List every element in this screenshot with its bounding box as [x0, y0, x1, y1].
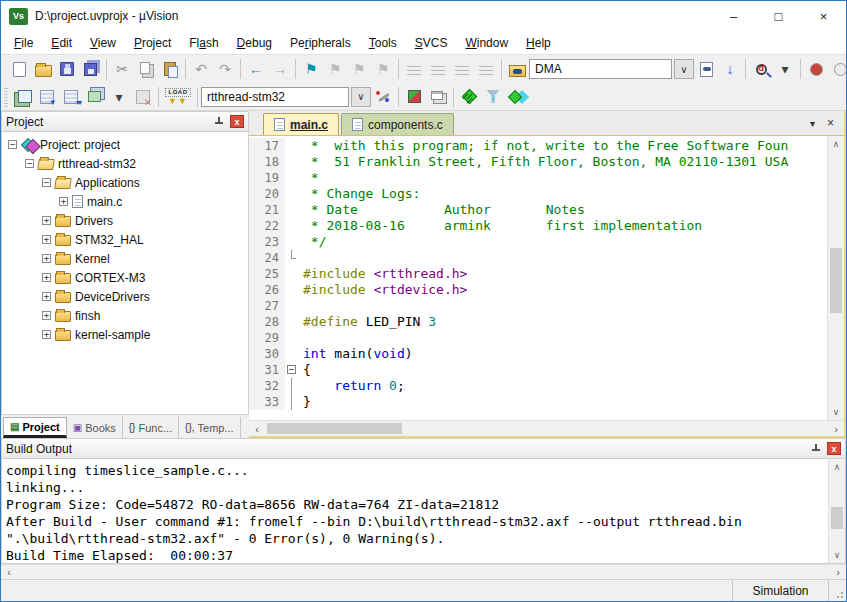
panel-close-icon[interactable]: x [230, 115, 244, 128]
expand-icon[interactable]: + [42, 254, 51, 263]
find-in-files-button[interactable] [505, 57, 529, 81]
menu-tools[interactable]: Tools [360, 36, 406, 50]
navigate-back-button[interactable]: ← [244, 57, 268, 81]
clear-bookmarks-button[interactable]: ⚑ [371, 57, 395, 81]
options-for-target-button[interactable] [371, 85, 395, 109]
previous-bookmark-button[interactable]: ⚑ [323, 57, 347, 81]
scroll-right-icon[interactable]: › [830, 566, 846, 578]
expand-icon[interactable]: + [42, 216, 51, 225]
tree-item-finsh[interactable]: +finsh [2, 306, 248, 325]
incremental-find-button[interactable]: ↓ [718, 57, 742, 81]
tree-item-rtthread-stm32[interactable]: −rtthread-stm32 [2, 154, 248, 173]
outdent-button[interactable] [426, 57, 450, 81]
menu-svcs[interactable]: SVCS [406, 36, 457, 50]
find-in-files-doc-button[interactable] [694, 57, 718, 81]
editor-tab-main-c[interactable]: main.c [263, 113, 339, 135]
scroll-right-icon[interactable]: › [828, 423, 844, 435]
collapse-icon[interactable]: − [25, 159, 34, 168]
select-software-packs-button[interactable] [481, 85, 505, 109]
undo-button[interactable]: ↶ [189, 57, 213, 81]
open-file-button[interactable] [31, 57, 55, 81]
minimize-button[interactable]: – [711, 1, 756, 31]
next-bookmark-button[interactable]: ⚑ [347, 57, 371, 81]
tree-item-devicedrivers[interactable]: +DeviceDrivers [2, 287, 248, 306]
tree-item-applications[interactable]: −Applications [2, 173, 248, 192]
pin-icon[interactable] [811, 443, 821, 454]
scroll-left-icon[interactable]: ‹ [1, 566, 17, 578]
paste-button[interactable] [158, 57, 182, 81]
redo-button[interactable]: ↷ [213, 57, 237, 81]
find-dropdown-button[interactable]: ▾ [773, 57, 797, 81]
rebuild-button[interactable] [59, 85, 83, 109]
panel-tab-books[interactable]: ▣Books [67, 417, 123, 438]
scroll-track[interactable] [829, 475, 845, 547]
expand-icon[interactable]: + [42, 311, 51, 320]
menu-edit[interactable]: Edit [42, 36, 81, 50]
find-button[interactable] [749, 57, 773, 81]
uncomment-selection-button[interactable] [474, 57, 498, 81]
panel-tab-func[interactable]: {}Func... [123, 417, 179, 438]
menu-view[interactable]: View [81, 36, 125, 50]
navigate-forward-button[interactable]: → [268, 57, 292, 81]
tree-item-cortex-m3[interactable]: +CORTEX-M3 [2, 268, 248, 287]
scroll-track[interactable] [17, 565, 830, 579]
download-button[interactable]: LOAD▼▼ [162, 85, 194, 109]
close-button[interactable]: × [801, 1, 846, 31]
enable-disable-breakpoint-button[interactable] [828, 57, 846, 81]
fold-toggle-icon[interactable]: − [287, 365, 296, 374]
collapse-icon[interactable]: − [42, 178, 51, 187]
build-output-text[interactable]: compiling timeslice_sample.c...linking..… [2, 459, 828, 563]
batch-build-dropdown-button[interactable]: ▾ [107, 85, 131, 109]
batch-build-button[interactable] [83, 85, 107, 109]
target-select-combobox[interactable]: rtthread-stm32 [201, 87, 349, 107]
tab-list-dropdown-icon[interactable]: ▾ [810, 118, 815, 129]
menu-peripherals[interactable]: Peripherals [281, 36, 360, 50]
maximize-button[interactable]: □ [756, 1, 801, 31]
menu-file[interactable]: File [5, 36, 42, 50]
build-button[interactable] [35, 85, 59, 109]
expand-icon[interactable]: + [42, 235, 51, 244]
insert-bookmark-button[interactable]: ⚑ [299, 57, 323, 81]
manage-project-items-button[interactable] [402, 85, 426, 109]
target-select-dropdown-button[interactable]: ∨ [351, 87, 371, 107]
build-horizontal-scrollbar[interactable]: ‹ › [1, 564, 846, 579]
editor-horizontal-scrollbar[interactable]: ‹ › [249, 420, 844, 436]
tree-item-stm32-hal[interactable]: +STM32_HAL [2, 230, 248, 249]
save-all-button[interactable] [79, 57, 103, 81]
translate-button[interactable] [11, 85, 35, 109]
tree-item-kernel-sample[interactable]: +kernel-sample [2, 325, 248, 344]
tab-close-icon[interactable]: × [827, 116, 834, 130]
editor-tab-components-c[interactable]: components.c [341, 113, 454, 135]
scroll-up-icon[interactable]: ∧ [828, 136, 844, 152]
expand-icon[interactable]: + [59, 197, 68, 206]
pin-icon[interactable] [214, 116, 224, 127]
scroll-thumb[interactable] [831, 507, 843, 529]
cut-button[interactable]: ✂ [110, 57, 134, 81]
resize-grip[interactable] [828, 580, 846, 601]
code-lines[interactable]: 17 * with this program; if not, write to… [249, 136, 827, 420]
panel-tab-project[interactable]: ▤Project [3, 417, 67, 438]
tree-item-kernel[interactable]: +Kernel [2, 249, 248, 268]
scroll-track[interactable] [828, 152, 844, 404]
menu-window[interactable]: Window [456, 36, 517, 50]
multiple-projects-button[interactable] [426, 85, 450, 109]
manage-runtime-environment-button[interactable] [457, 85, 481, 109]
menu-help[interactable]: Help [517, 36, 560, 50]
scroll-thumb[interactable] [267, 423, 402, 434]
search-combobox[interactable]: DMA [529, 59, 672, 79]
comment-selection-button[interactable] [450, 57, 474, 81]
indent-button[interactable] [402, 57, 426, 81]
scroll-up-icon[interactable]: ∧ [829, 459, 845, 475]
scroll-left-icon[interactable]: ‹ [249, 423, 265, 435]
scroll-down-icon[interactable]: ∨ [828, 404, 844, 420]
save-button[interactable] [55, 57, 79, 81]
menu-debug[interactable]: Debug [228, 36, 281, 50]
new-file-button[interactable] [7, 57, 31, 81]
toolbar-grip[interactable] [4, 87, 8, 107]
editor-vertical-scrollbar[interactable]: ∧ ∨ [827, 136, 844, 420]
scroll-thumb[interactable] [830, 248, 842, 314]
collapse-icon[interactable]: − [8, 140, 17, 149]
search-dropdown-button[interactable]: ∨ [674, 59, 694, 79]
panel-close-icon[interactable]: x [827, 442, 841, 455]
insert-remove-breakpoint-button[interactable] [804, 57, 828, 81]
